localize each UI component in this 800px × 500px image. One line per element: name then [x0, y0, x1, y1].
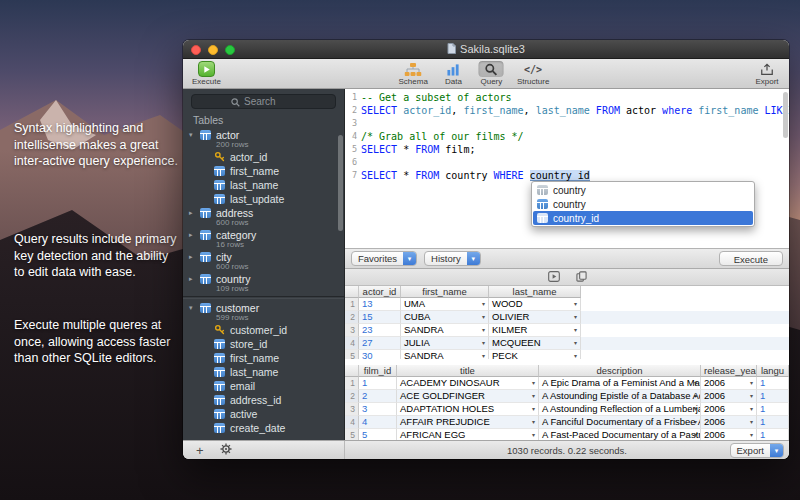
column-header[interactable]: first_name: [401, 286, 489, 298]
chevron-right-icon[interactable]: ▸: [189, 253, 193, 261]
table-row[interactable]: 4 4 ▾AFFAIR PREJUDICE ▾A Fanciful Docume…: [345, 416, 789, 429]
cell-dropdown-icon[interactable]: ▾: [750, 429, 753, 440]
cell-dropdown-icon[interactable]: ▾: [482, 350, 485, 359]
marketing-text-execute: Execute multiple queres at once, allowin…: [14, 317, 182, 367]
chevron-right-icon[interactable]: ▸: [189, 231, 193, 239]
sidebar-item-actor-id[interactable]: actor_id: [183, 150, 344, 164]
sidebar-item-column[interactable]: first_name: [183, 351, 344, 365]
code-icon: </>: [518, 61, 548, 77]
search-field[interactable]: [191, 94, 336, 109]
execute-query-button[interactable]: Execute: [719, 251, 783, 266]
table-row[interactable]: 2 2 ▾ACE GOLDFINGER ▾A Astounding Epistl…: [345, 390, 789, 403]
sidebar-item-column[interactable]: last_update: [183, 192, 344, 206]
chevron-down-icon[interactable]: ▾: [189, 304, 193, 312]
sidebar-item-customer-id[interactable]: customer_id: [183, 323, 344, 337]
sidebar-item-column[interactable]: active: [183, 407, 344, 421]
sidebar-item-column[interactable]: store_id: [183, 337, 344, 351]
play-icon[interactable]: [548, 268, 560, 286]
export-results-button[interactable]: Export ▾: [730, 443, 784, 458]
zoom-button[interactable]: [225, 45, 235, 55]
schema-toolbar-button[interactable]: Schema: [399, 61, 428, 86]
sidebar-item-column[interactable]: create_date: [183, 421, 344, 435]
gear-icon[interactable]: [220, 441, 232, 459]
cell-dropdown-icon[interactable]: ▾: [532, 390, 535, 402]
data-toolbar-button[interactable]: Data: [441, 61, 466, 86]
sidebar-item-city[interactable]: ▸ city 600 rows: [183, 250, 344, 272]
cell-dropdown-icon[interactable]: ▾: [482, 337, 485, 349]
cell-dropdown-icon[interactable]: ▾: [532, 416, 535, 428]
column-header[interactable]: title: [397, 365, 539, 377]
table-row[interactable]: 5 5 ▾AFRICAN EGG ▾A Fast-Paced Documenta…: [345, 429, 789, 440]
column-header[interactable]: description: [539, 365, 701, 377]
schema-tree-icon: [399, 61, 428, 77]
cell-dropdown-icon[interactable]: ▾: [750, 416, 753, 428]
cell-dropdown-icon[interactable]: ▾: [532, 403, 535, 415]
sidebar-item-address[interactable]: ▸ address 600 rows: [183, 206, 344, 228]
autocomplete-item[interactable]: country: [533, 197, 753, 211]
sidebar-item-customer[interactable]: ▾ customer 599 rows: [183, 301, 344, 323]
cell-dropdown-icon[interactable]: ▾: [750, 377, 753, 389]
close-button[interactable]: [191, 45, 201, 55]
table-row[interactable]: 4 27 ▾JULIA ▾MCQUEEN: [345, 337, 789, 350]
table-row[interactable]: 5 30 ▾SANDRA ▾PECK: [345, 350, 789, 359]
row-count: 16 rows: [216, 240, 340, 249]
editor-scrollbar[interactable]: [783, 92, 788, 138]
chevron-down-icon[interactable]: ▾: [189, 131, 193, 139]
cell-dropdown-icon[interactable]: ▾: [532, 429, 535, 440]
table-row[interactable]: 1 13 ▾UMA ▾WOOD: [345, 298, 789, 311]
cell-dropdown-icon[interactable]: ▾: [482, 311, 485, 323]
table-row[interactable]: 3 3 ▾ADAPTATION HOLES ▾A Astounding Refl…: [345, 403, 789, 416]
autocomplete-item-selected[interactable]: country_id: [533, 211, 753, 225]
magnifier-icon: [479, 61, 504, 77]
tables-section-title: Tables: [183, 113, 344, 128]
cell-dropdown-icon[interactable]: ▾: [574, 337, 577, 349]
marketing-text-results: Query results include primary key detect…: [14, 231, 182, 281]
cell-dropdown-icon[interactable]: ▾: [532, 377, 535, 389]
column-header[interactable]: langu: [757, 365, 789, 377]
search-input[interactable]: [244, 96, 296, 107]
column-header[interactable]: last_name: [489, 286, 581, 298]
sidebar-item-category[interactable]: ▸ category 16 rows: [183, 228, 344, 250]
export-toolbar-button[interactable]: Export: [754, 61, 780, 86]
table-row[interactable]: 2 15 ▾CUBA ▾OLIVIER: [345, 311, 789, 324]
cell-dropdown-icon[interactable]: ▾: [574, 324, 577, 336]
sidebar-item-actor[interactable]: ▾ actor 200 rows: [183, 128, 344, 150]
minimize-button[interactable]: [208, 45, 218, 55]
execute-toolbar-button[interactable]: Execute: [192, 61, 221, 86]
add-icon[interactable]: +: [196, 444, 204, 457]
chevron-right-icon[interactable]: ▸: [189, 275, 193, 283]
history-dropdown[interactable]: History ▾: [424, 251, 481, 266]
cell-dropdown-icon[interactable]: ▾: [574, 311, 577, 323]
play-icon: [198, 61, 215, 77]
actors-results-table: actor_id first_name last_name 1 13 ▾UMA …: [345, 286, 789, 359]
chevron-right-icon[interactable]: ▸: [189, 209, 193, 217]
column-header[interactable]: film_id: [359, 365, 397, 377]
title-bar[interactable]: Sakila.sqlite3: [183, 40, 789, 59]
column-header[interactable]: actor_id: [359, 286, 401, 298]
bar-chart-icon: [441, 61, 466, 77]
cell-dropdown-icon[interactable]: ▾: [574, 298, 577, 310]
cell-dropdown-icon[interactable]: ▾: [750, 403, 753, 415]
cell-dropdown-icon[interactable]: ▾: [482, 298, 485, 310]
sidebar-item-country[interactable]: ▸ country 109 rows: [183, 272, 344, 294]
column-header[interactable]: release_year: [701, 365, 757, 377]
favorites-dropdown[interactable]: Favorites ▾: [351, 251, 417, 266]
table-row[interactable]: 1 1 ▾ACADEMY DINOSAUR ▾A Epic Drama of a…: [345, 377, 789, 390]
sidebar-item-column[interactable]: last_name: [183, 178, 344, 192]
cell-dropdown-icon[interactable]: ▾: [750, 390, 753, 402]
main-panel: 1-- Get a subset of actors 2SELECT actor…: [345, 89, 789, 440]
query-toolbar-button[interactable]: Query: [479, 61, 504, 86]
cell-dropdown-icon[interactable]: ▾: [482, 324, 485, 336]
sidebar-item-column[interactable]: address_id: [183, 393, 344, 407]
sql-editor[interactable]: 1-- Get a subset of actors 2SELECT actor…: [345, 89, 789, 249]
sidebar-scrollbar[interactable]: [338, 135, 343, 231]
copy-icon[interactable]: [576, 268, 587, 286]
sidebar-item-column[interactable]: email: [183, 379, 344, 393]
structure-toolbar-button[interactable]: </> Structure: [517, 61, 549, 86]
cell-dropdown-icon[interactable]: ▾: [574, 350, 577, 359]
autocomplete-item[interactable]: country: [533, 183, 753, 197]
sidebar-item-column[interactable]: last_name: [183, 365, 344, 379]
gutter-header: [345, 286, 359, 298]
sidebar-item-column[interactable]: first_name: [183, 164, 344, 178]
table-row[interactable]: 3 23 ▾SANDRA ▾KILMER: [345, 324, 789, 337]
